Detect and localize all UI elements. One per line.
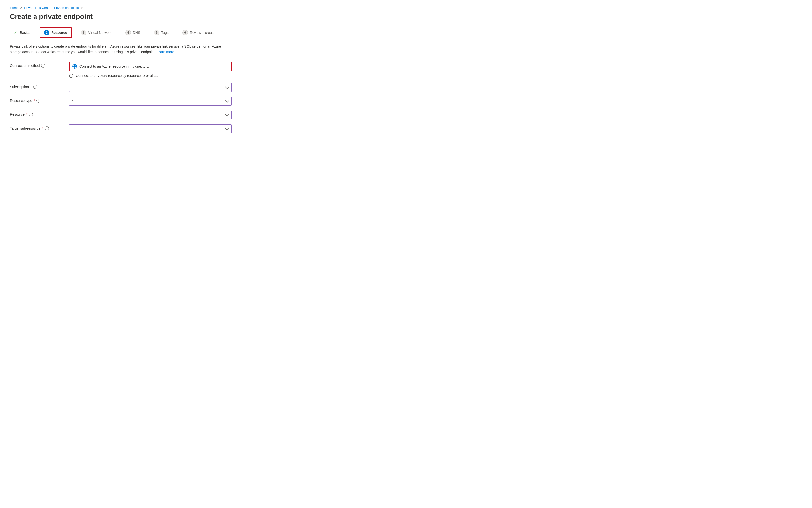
breadcrumb: Home > Private Link Center | Private end… (10, 6, 802, 10)
tab-review-create-number: 6 (182, 30, 188, 35)
subscription-label-text: Subscription (10, 85, 29, 89)
connection-method-info-icon[interactable]: i (41, 64, 45, 68)
resource-type-chevron-icon (225, 98, 229, 102)
connection-method-row: Connection method i Connect to an Azure … (10, 62, 232, 78)
tab-separator-1 (35, 33, 40, 33)
radio-circle-resource-id (69, 74, 74, 78)
radio-circle-directory (73, 64, 77, 69)
resource-type-value: : (72, 99, 226, 103)
tab-virtual-network[interactable]: 3 Virtual Network (77, 28, 116, 38)
resource-required: * (26, 113, 28, 117)
learn-more-link[interactable]: Learn more (156, 50, 174, 54)
tab-tags[interactable]: 5 Tags (150, 28, 174, 38)
tab-basics[interactable]: ✓ Basics (10, 28, 35, 38)
breadcrumb-private-link[interactable]: Private Link Center | Private endpoints (24, 6, 79, 10)
subscription-dropdown[interactable] (69, 83, 232, 92)
tab-virtual-network-number: 3 (81, 30, 86, 35)
target-sub-resource-info-icon[interactable]: i (45, 126, 49, 130)
resource-label: Resource * i (10, 111, 69, 117)
target-sub-resource-chevron-icon (225, 126, 229, 130)
tab-separator-2 (72, 33, 77, 33)
breadcrumb-home[interactable]: Home (10, 6, 18, 10)
tab-tags-number: 5 (154, 30, 159, 35)
connection-method-text: Connection method (10, 64, 40, 68)
tab-dns-number: 4 (126, 30, 131, 35)
connection-method-options: Connect to an Azure resource in my direc… (69, 62, 232, 78)
tab-separator-3 (116, 33, 122, 33)
radio-option-directory[interactable]: Connect to an Azure resource in my direc… (69, 62, 232, 71)
resource-info-icon[interactable]: i (29, 113, 33, 117)
radio-label-directory: Connect to an Azure resource in my direc… (79, 65, 149, 68)
target-sub-resource-label-text: Target sub-resource (10, 126, 41, 130)
tab-resource[interactable]: 2 Resource (40, 28, 72, 38)
tab-basics-check: ✓ (14, 30, 17, 35)
page-title-menu[interactable]: ... (96, 14, 101, 19)
target-sub-resource-required: * (42, 126, 43, 130)
tab-review-create[interactable]: 6 Review + create (179, 28, 220, 38)
target-sub-resource-dropdown[interactable] (69, 124, 232, 133)
radio-option-resource-id[interactable]: Connect to an Azure resource by resource… (69, 74, 232, 78)
resource-dropdown[interactable] (69, 111, 232, 119)
subscription-info-icon[interactable]: i (33, 85, 37, 89)
target-sub-resource-label: Target sub-resource * i (10, 124, 69, 130)
resource-chevron-icon (225, 112, 229, 117)
tab-basics-label: Basics (20, 31, 30, 35)
resource-type-info-icon[interactable]: i (37, 99, 40, 102)
resource-label-text: Resource (10, 113, 25, 117)
target-sub-resource-control (69, 124, 232, 133)
resource-type-label-text: Resource type (10, 99, 32, 102)
tab-review-create-label: Review + create (190, 31, 215, 35)
tab-separator-5 (174, 33, 179, 33)
tab-separator-4 (145, 33, 150, 33)
subscription-control (69, 83, 232, 92)
subscription-chevron-icon (225, 85, 229, 89)
resource-type-row: Resource type * i : (10, 97, 232, 105)
radio-group: Connect to an Azure resource in my direc… (69, 62, 232, 78)
resource-type-label: Resource type * i (10, 97, 69, 102)
resource-type-control: : (69, 97, 232, 105)
tab-tags-label: Tags (161, 31, 169, 35)
breadcrumb-separator-2: > (81, 6, 83, 10)
subscription-row: Subscription * i (10, 83, 232, 92)
resource-control (69, 111, 232, 119)
tab-dns-label: DNS (133, 31, 140, 35)
resource-row: Resource * i (10, 111, 232, 119)
tab-resource-number: 2 (44, 30, 49, 35)
resource-type-required: * (34, 99, 35, 102)
tab-virtual-network-label: Virtual Network (88, 31, 112, 35)
resource-form: Connection method i Connect to an Azure … (10, 62, 232, 133)
description-text: Private Link offers options to create pr… (10, 44, 232, 55)
connection-method-label: Connection method i (10, 62, 69, 68)
page-title-container: Create a private endpoint ... (10, 12, 802, 20)
tab-resource-label: Resource (51, 31, 67, 35)
target-sub-resource-row: Target sub-resource * i (10, 124, 232, 133)
breadcrumb-separator-1: > (20, 6, 22, 10)
subscription-required: * (30, 85, 32, 89)
tab-dns[interactable]: 4 DNS (122, 28, 145, 38)
description-body: Private Link offers options to create pr… (10, 44, 221, 54)
wizard-tabs: ✓ Basics 2 Resource 3 Virtual Network 4 … (10, 28, 802, 38)
subscription-label: Subscription * i (10, 83, 69, 89)
page-title: Create a private endpoint (10, 12, 93, 20)
resource-type-dropdown[interactable]: : (69, 97, 232, 105)
radio-label-resource-id: Connect to an Azure resource by resource… (76, 74, 158, 78)
